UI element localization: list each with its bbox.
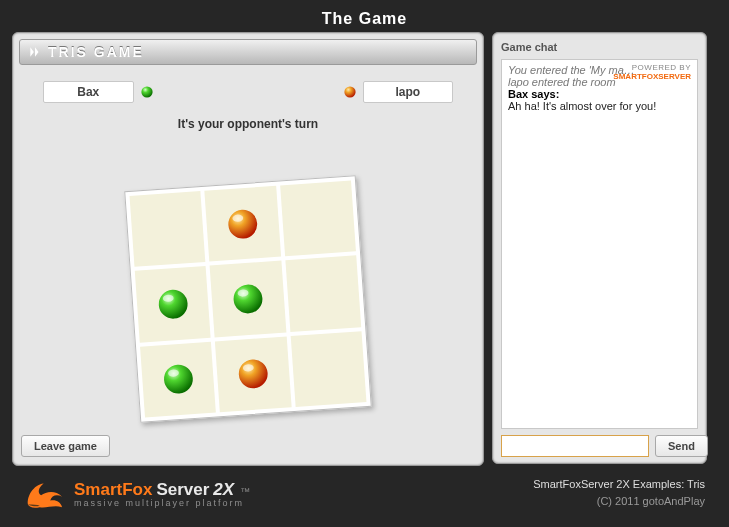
svg-point-6 xyxy=(233,284,264,315)
players-row: Bax lapo xyxy=(43,81,453,103)
svg-point-0 xyxy=(141,86,152,97)
player1-name: Bax xyxy=(43,81,134,103)
board-cell-8[interactable] xyxy=(290,331,366,407)
svg-point-4 xyxy=(157,289,188,320)
title-bar: TRIS GAME xyxy=(19,39,477,65)
fox-icon xyxy=(24,476,66,512)
board-cell-7[interactable] xyxy=(215,336,291,412)
red-ball-icon xyxy=(224,205,262,243)
player2-ball-icon xyxy=(343,85,357,99)
trademark: ™ xyxy=(240,486,250,497)
send-button[interactable]: Send xyxy=(655,435,708,457)
brand-server: Server xyxy=(156,480,209,500)
board-cell-2[interactable] xyxy=(280,181,356,257)
chat-panel: Game chat POWERED BY SMARTFOXSERVER You … xyxy=(492,32,707,464)
chat-log: POWERED BY SMARTFOXSERVER You entered th… xyxy=(501,59,698,429)
svg-point-8 xyxy=(163,364,194,395)
green-ball-icon xyxy=(159,360,197,398)
chat-line: Ah ha! It's almost over for you! xyxy=(508,100,691,112)
brand-tagline: massive multiplayer platform xyxy=(74,498,250,508)
player1-ball-icon xyxy=(140,85,154,99)
credits: SmartFoxServer 2X Examples: Tris (C) 201… xyxy=(533,476,705,509)
chevron-right-icon xyxy=(28,45,42,59)
player2-name: lapo xyxy=(363,81,454,103)
board-cell-6[interactable] xyxy=(140,341,216,417)
chat-line: Bax says: xyxy=(508,88,691,100)
powered-by-badge: POWERED BY SMARTFOXSERVER xyxy=(613,64,691,82)
chat-input[interactable] xyxy=(501,435,649,457)
svg-point-1 xyxy=(344,86,355,97)
svg-point-10 xyxy=(238,359,269,390)
game-title: TRIS GAME xyxy=(48,44,144,60)
green-ball-icon xyxy=(229,280,267,318)
board-cell-4[interactable] xyxy=(210,261,286,337)
page-title: The Game xyxy=(0,0,729,32)
svg-point-2 xyxy=(227,208,258,239)
game-board xyxy=(124,175,372,423)
board-cell-5[interactable] xyxy=(285,256,361,332)
game-panel: TRIS GAME Bax lapo It's your opponent's … xyxy=(12,32,484,466)
leave-game-button[interactable]: Leave game xyxy=(21,435,110,457)
board-cell-3[interactable] xyxy=(135,266,211,342)
brand-smartfox: SmartFox xyxy=(74,480,152,500)
green-ball-icon xyxy=(154,285,192,323)
turn-status: It's your opponent's turn xyxy=(13,117,483,131)
board-cell-1[interactable] xyxy=(205,186,281,262)
red-ball-icon xyxy=(234,355,272,393)
brand-logo: SmartFoxServer 2X ™ massive multiplayer … xyxy=(24,476,250,512)
chat-title: Game chat xyxy=(501,39,698,59)
footer: SmartFoxServer 2X ™ massive multiplayer … xyxy=(0,466,729,512)
board-cell-0[interactable] xyxy=(130,191,206,267)
brand-2x: 2X xyxy=(213,480,234,500)
